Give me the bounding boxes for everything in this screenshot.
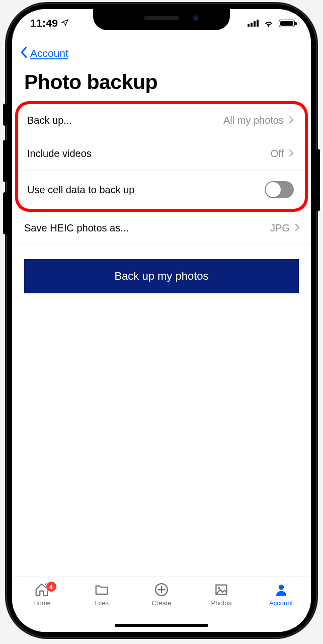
notch	[93, 9, 230, 30]
battery-icon	[279, 20, 295, 27]
row-heic[interactable]: Save HEIC photos as... JPG	[12, 212, 311, 245]
wifi-icon	[263, 19, 274, 27]
screen: 11:49 Account Photo backup	[12, 9, 311, 632]
tab-label: Create	[151, 599, 171, 607]
tab-photos[interactable]: Photos	[191, 582, 251, 615]
row-label: Use cell data to back up	[27, 184, 134, 196]
svg-point-2	[218, 587, 220, 589]
tab-home[interactable]: 4 Home	[12, 582, 72, 615]
status-left: 11:49	[30, 17, 69, 29]
tab-create[interactable]: Create	[132, 582, 192, 615]
home-indicator[interactable]	[115, 624, 208, 627]
highlighted-settings-group: Back up... All my photos Include videos …	[15, 101, 308, 212]
chevron-right-icon	[289, 148, 294, 159]
backup-now-button[interactable]: Back up my photos	[24, 259, 299, 293]
tab-label: Account	[269, 599, 293, 607]
row-value: Off	[271, 148, 284, 159]
person-icon	[274, 582, 289, 597]
row-value: JPG	[270, 222, 290, 234]
location-arrow-icon	[61, 17, 69, 29]
plus-circle-icon	[154, 582, 169, 597]
row-include-videos[interactable]: Include videos Off	[18, 137, 305, 171]
image-icon	[214, 582, 229, 597]
status-right	[248, 19, 295, 27]
tab-label: Photos	[211, 599, 231, 607]
tab-badge: 4	[46, 581, 57, 592]
page-title: Photo backup	[12, 60, 311, 99]
chevron-right-icon	[289, 115, 294, 126]
row-label: Include videos	[27, 148, 92, 159]
tab-account[interactable]: Account	[251, 582, 311, 615]
device-frame: 11:49 Account Photo backup	[6, 3, 317, 638]
chevron-right-icon	[295, 222, 300, 234]
settings-list: Back up... All my photos Include videos …	[12, 101, 311, 245]
svg-point-3	[278, 585, 284, 590]
status-time: 11:49	[30, 17, 58, 29]
row-cell-data: Use cell data to back up	[18, 171, 305, 209]
row-value: All my photos	[223, 115, 284, 126]
row-label: Back up...	[27, 115, 72, 126]
tab-label: Home	[33, 599, 51, 607]
back-link-label: Account	[30, 47, 68, 59]
tab-files[interactable]: Files	[72, 582, 132, 615]
chevron-left-icon	[19, 46, 28, 60]
signal-icon	[248, 20, 259, 27]
back-nav[interactable]: Account	[12, 37, 311, 60]
row-backup[interactable]: Back up... All my photos	[18, 104, 305, 137]
row-label: Save HEIC photos as...	[24, 222, 129, 234]
cell-data-toggle[interactable]	[265, 181, 294, 198]
folder-icon	[94, 582, 109, 597]
tab-label: Files	[95, 599, 108, 607]
